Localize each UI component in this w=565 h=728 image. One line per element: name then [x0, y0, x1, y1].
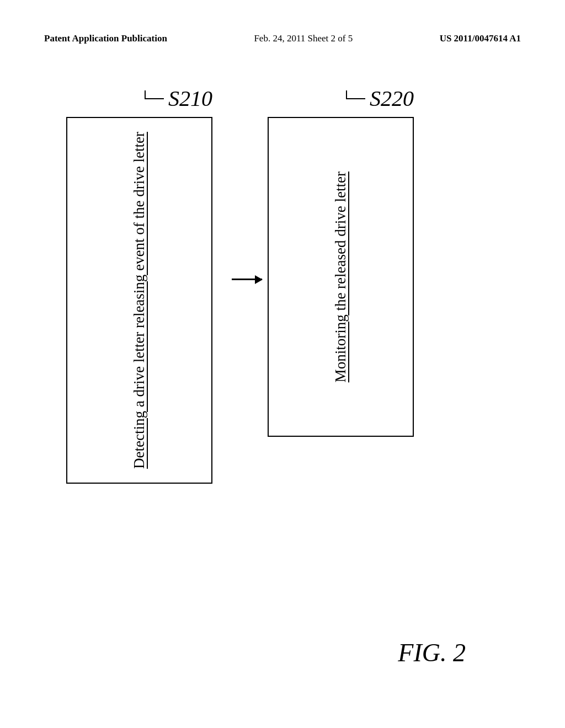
page-header: Patent Application Publication Feb. 24, … — [0, 33, 565, 44]
flow-arrow — [232, 279, 268, 280]
s220-bracket — [346, 98, 365, 99]
s210-label: S210 — [168, 85, 212, 111]
step-s210-container: S210 Detecting a drive letter releasing … — [66, 85, 212, 484]
publication-label: Patent Application Publication — [44, 33, 167, 44]
s210-bracket — [145, 98, 164, 99]
step-s220-box: Monitoring the released drive letter — [268, 117, 414, 437]
s220-label: S220 — [370, 85, 414, 111]
s210-label-group: S210 — [145, 85, 212, 111]
step-s220-container: S220 Monitoring the released drive lette… — [268, 85, 414, 437]
step-s210-text: Detecting a drive letter releasing event… — [129, 132, 150, 469]
page: Patent Application Publication Feb. 24, … — [0, 0, 565, 728]
step-s220-text: Monitoring the released drive letter — [330, 172, 351, 382]
s220-label-group: S220 — [346, 85, 414, 111]
patent-number-label: US 2011/0047614 A1 — [440, 33, 521, 44]
arrow-line — [232, 279, 262, 280]
step-s210-box: Detecting a drive letter releasing event… — [66, 117, 212, 484]
arrow-head — [255, 275, 263, 284]
figure-label: FIG. 2 — [398, 638, 466, 667]
date-sheet-label: Feb. 24, 2011 Sheet 2 of 5 — [254, 33, 353, 44]
